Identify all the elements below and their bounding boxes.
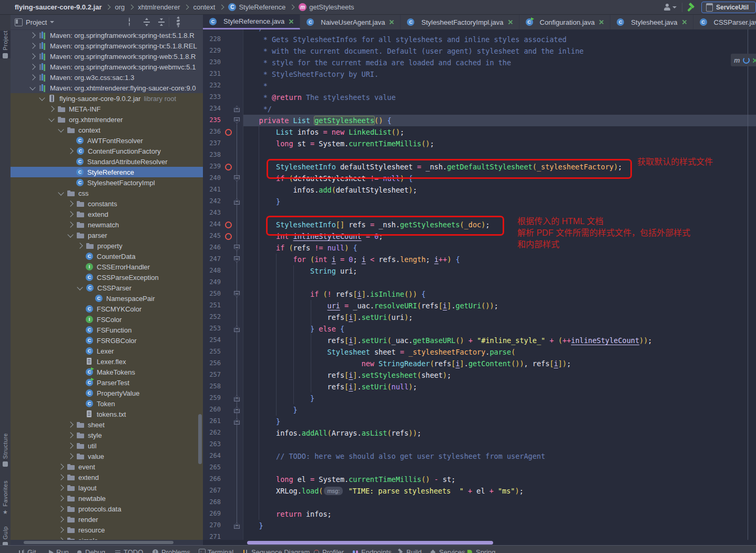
code-line-236[interactable]: List infos = new LinkedList(); <box>242 126 404 138</box>
chevron-right-icon[interactable] <box>29 32 35 38</box>
chevron-right-icon[interactable] <box>29 74 35 80</box>
chevron-right-icon[interactable] <box>48 106 54 112</box>
close-icon[interactable] <box>682 19 687 25</box>
breadcrumb-item[interactable]: mgetStylesheets <box>299 3 354 11</box>
gear-icon[interactable] <box>176 18 184 26</box>
statusbar-spring[interactable]: Spring <box>467 548 496 553</box>
scrollbar-thumb[interactable] <box>24 541 173 544</box>
tree-item-context[interactable]: context <box>11 125 203 135</box>
statusbar-sequence-diagram[interactable]: Sequence Diagram <box>242 548 310 553</box>
tab-stylereference-java[interactable]: CStyleReference.java <box>203 15 300 29</box>
statusbar-git[interactable]: Git <box>18 548 36 553</box>
code-line-256[interactable]: new StringReader(refs[i].getContent()), … <box>242 358 571 369</box>
close-icon[interactable] <box>289 19 294 24</box>
tree-item-flying-saucer-core-9-0-2-jar[interactable]: flying-saucer-core-9.0.2.jarlibrary root <box>11 93 203 104</box>
expand-all-button[interactable] <box>142 18 151 26</box>
statusbar-problems[interactable]: Problems <box>152 548 190 553</box>
chevron-down-icon[interactable] <box>29 84 35 90</box>
code-line-258[interactable]: refs[i].setUri(null); <box>242 381 417 393</box>
tree-item-resource[interactable]: resource <box>11 525 203 535</box>
breadcrumb-item[interactable]: flying-saucer-core-9.0.2.jar <box>15 3 101 11</box>
tree-item-layout[interactable]: layout <box>11 482 203 493</box>
tree-item-maven-org-springframework-spring-web-5-1[interactable]: Maven: org.springframework:spring-web:5.… <box>11 51 203 62</box>
code-line-234[interactable]: */ <box>242 103 272 115</box>
tab-stylesheet-java[interactable]: CStylesheet.java <box>610 15 693 29</box>
tree-item-newtable[interactable]: newtable <box>11 493 203 504</box>
fold-end-icon[interactable]: − <box>234 198 240 205</box>
tree-item-propertyvalue[interactable]: CPropertyValue <box>11 388 203 398</box>
tool-strip-project[interactable]: Project <box>0 31 11 58</box>
code-line-250[interactable]: if (! refs[i].isInline()) { <box>242 288 426 300</box>
code-line-270[interactable]: } <box>242 520 263 531</box>
code-line-259[interactable]: } <box>242 393 314 404</box>
breakpoint-ring-icon[interactable] <box>225 129 232 136</box>
code-line-252[interactable]: refs[i].setUri(uri); <box>242 311 413 323</box>
project-panel-title[interactable]: Project <box>26 18 47 26</box>
tree-item-style[interactable]: style <box>11 430 203 440</box>
chevron-right-icon[interactable] <box>58 516 64 522</box>
code-line-261[interactable]: } <box>242 416 280 427</box>
tree-item-css[interactable]: css <box>11 188 203 198</box>
fold-expanded-icon[interactable]: − <box>234 117 240 124</box>
chevron-right-icon[interactable] <box>67 211 73 217</box>
chevron-right-icon[interactable] <box>29 64 35 69</box>
chevron-down-icon[interactable] <box>39 95 45 100</box>
code-line-266[interactable]: long el = System.currentTimeMillis() - s… <box>242 474 455 485</box>
hide-panel-button[interactable] <box>190 18 199 26</box>
fold-end-icon[interactable]: − <box>234 418 240 425</box>
chevron-down-icon[interactable] <box>48 116 54 122</box>
chevron-right-icon[interactable] <box>67 148 73 154</box>
project-tree-hscrollbar[interactable] <box>11 540 203 545</box>
fold-expanded-icon[interactable]: − <box>234 245 240 251</box>
code-line-251[interactable]: uri = _uac.resolveURI(refs[i].getUri()); <box>242 300 498 311</box>
tree-item-protocols-data[interactable]: protocols.data <box>11 504 203 514</box>
locate-file-button[interactable] <box>128 18 136 26</box>
close-icon[interactable] <box>599 19 604 25</box>
tree-item-constants[interactable]: constants <box>11 198 203 209</box>
collapse-all-button[interactable] <box>157 18 166 26</box>
tree-item-lexer-flex[interactable]: Lexer.flex <box>11 356 203 367</box>
tree-item-simple[interactable]: simple <box>11 535 203 540</box>
statusbar-run[interactable]: Run <box>47 548 69 553</box>
close-icon[interactable] <box>508 19 513 25</box>
code-line-232[interactable]: * <box>242 80 268 92</box>
code-line-228[interactable]: * Gets StylesheetInfos for all styleshee… <box>242 34 567 45</box>
chevron-right-icon[interactable] <box>58 485 64 490</box>
tree-item-maven-org-w3c-css-sac-1-3[interactable]: Maven: org.w3c.css:sac:1.3 <box>11 72 203 83</box>
statusbar-terminal[interactable]: Terminal <box>199 548 233 553</box>
tab-stylesheetfactoryimpl-java[interactable]: CStylesheetFactoryImpl.java <box>401 15 519 29</box>
code-line-227[interactable]: /** <box>242 29 272 34</box>
tree-item-contentfunctionfactory[interactable]: CContentFunctionFactory <box>11 146 203 156</box>
tree-item-extend[interactable]: extend <box>11 209 203 219</box>
tab-cssparser-java[interactable]: CCSSParser.java <box>693 15 756 29</box>
tree-item-fsfunction[interactable]: CFSFunction <box>11 325 203 335</box>
code-line-235[interactable]: private List getStylesheets() { <box>242 115 392 126</box>
tree-item-parsertest[interactable]: CParserTest <box>11 377 203 388</box>
fold-expanded-icon[interactable]: − <box>234 291 240 297</box>
user-menu[interactable] <box>663 4 677 11</box>
chevron-right-icon[interactable] <box>58 464 64 469</box>
statusbar-build[interactable]: Build <box>397 548 422 553</box>
close-icon[interactable] <box>389 19 394 25</box>
tree-item-maven-org-springframework-spring-webmvc-[interactable]: Maven: org.springframework:spring-webmvc… <box>11 62 203 72</box>
breadcrumb-item[interactable]: CStyleReference <box>228 3 285 11</box>
tree-item-fscmykcolor[interactable]: CFSCMYKColor <box>11 304 203 314</box>
tree-item-standardattributeresolver[interactable]: CStandardAttributeResolver <box>11 156 203 167</box>
fold-end-icon[interactable]: − <box>234 395 240 401</box>
breadcrumb-item[interactable]: context <box>193 3 215 11</box>
tab-naiveuseragent-java[interactable]: CNaiveUserAgent.java <box>300 15 401 29</box>
code-line-231[interactable]: * StyleSheetFactory by URI. <box>242 68 379 80</box>
chevron-right-icon[interactable] <box>58 495 64 501</box>
tree-item-stylesheetfactoryimpl[interactable]: CStylesheetFactoryImpl <box>11 177 203 188</box>
chevron-right-icon[interactable] <box>58 474 64 480</box>
tree-item-newmatch[interactable]: newmatch <box>11 219 203 230</box>
code-line-254[interactable]: refs[i].setUri(_uac.getBaseURL() + "#inl… <box>242 335 652 346</box>
tree-item-extend[interactable]: extend <box>11 472 203 482</box>
scrollbar-thumb[interactable] <box>247 541 493 545</box>
project-tree-vscrollbar[interactable] <box>198 414 202 464</box>
tree-item-util[interactable]: util <box>11 440 203 451</box>
chevron-right-icon[interactable] <box>67 222 73 227</box>
tree-item-sheet[interactable]: sheet <box>11 419 203 430</box>
tree-item-namespacepair[interactable]: CNamespacePair <box>11 293 203 304</box>
code-line-267[interactable]: XRLog.load(msg: "TIME: parse stylesheets… <box>242 485 524 497</box>
